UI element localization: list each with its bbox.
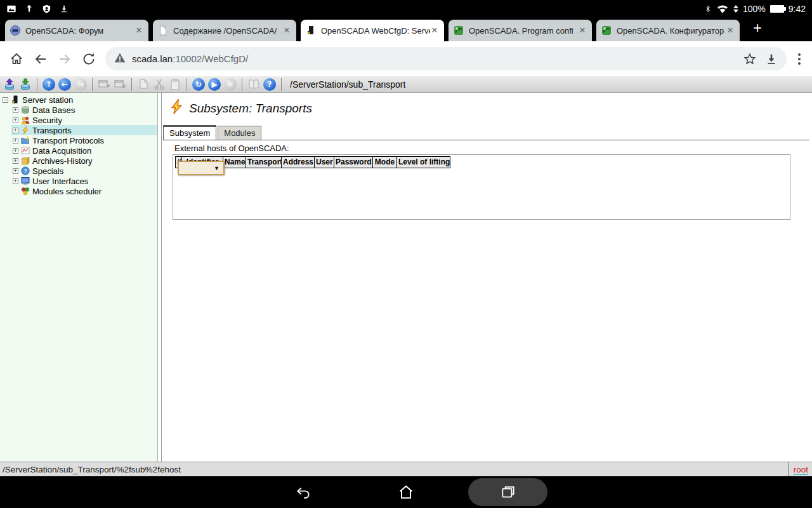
help-button[interactable]: ?	[263, 78, 276, 91]
reload-button[interactable]	[81, 51, 96, 67]
transport-protocols-icon	[21, 136, 30, 145]
column-header[interactable]: Level of lifting	[396, 156, 450, 168]
home-button[interactable]	[9, 51, 24, 67]
expand-icon[interactable]: +	[13, 128, 18, 133]
tab-close-icon[interactable]: ×	[726, 25, 735, 36]
column-header[interactable]: Mode	[372, 156, 397, 168]
address-bar[interactable]: scada.lan:10002/WebCfgD/	[105, 47, 787, 70]
tree-node-transport-protocols[interactable]: + Transport Protocols	[1, 135, 157, 145]
column-header[interactable]: Address	[281, 156, 315, 168]
tree-node-label[interactable]: Modules scheduler	[31, 187, 103, 196]
expand-icon[interactable]: +	[13, 158, 18, 164]
go-next-button-disabled[interactable]: →	[74, 78, 87, 91]
document-favicon	[158, 25, 168, 36]
url-text[interactable]: scada.lan:10002/WebCfgD/	[132, 53, 736, 64]
delete-item-button-disabled[interactable]	[114, 78, 126, 91]
add-item-button-disabled[interactable]	[98, 78, 110, 91]
browser-menu-button[interactable]	[796, 53, 803, 65]
url-path: :10002/WebCfgD/	[173, 53, 248, 64]
tree-node-data-bases[interactable]: + Data Bases	[1, 105, 157, 115]
toolbar-separator	[37, 78, 37, 91]
back-button[interactable]	[33, 51, 48, 67]
tree-node-data-acquisition[interactable]: + Data Acquisition	[1, 145, 157, 156]
column-header[interactable]: Name	[223, 156, 246, 168]
android-recents-button[interactable]	[468, 478, 547, 506]
load-from-db-button[interactable]	[3, 78, 16, 91]
bookmark-star-icon[interactable]	[742, 51, 757, 67]
download-status-icon	[60, 4, 69, 14]
download-button[interactable]	[764, 51, 779, 67]
tab-close-icon[interactable]: ×	[430, 25, 439, 36]
go-up-button[interactable]: ↑	[43, 78, 55, 91]
tab-docs[interactable]: Содержание /OpenSCADA/ ×	[153, 20, 296, 41]
main-panel: Subsystem: Transports Subsystem Modules …	[162, 93, 812, 462]
toolbar-separator	[92, 78, 93, 91]
paste-item-button-disabled[interactable]	[169, 78, 181, 91]
tree-node-label[interactable]: Security	[31, 116, 63, 125]
column-header[interactable]: Transport	[246, 156, 282, 168]
battery-icon	[770, 5, 784, 13]
refresh-item-button[interactable]: ↻	[192, 78, 205, 91]
webcfgd-status-bar: /ServerStation/sub_Transport/%2fsub%2feh…	[0, 462, 812, 476]
page-title: Subsystem: Transports	[169, 99, 812, 117]
tree-node-label[interactable]: Archives-History	[31, 156, 94, 166]
tab-close-icon[interactable]: ×	[282, 25, 291, 36]
tab-subsystem[interactable]: Subsystem	[163, 125, 216, 140]
tab-program-config[interactable]: OpenSCADA. Program confi ×	[449, 20, 592, 41]
tree-node-label[interactable]: Transports	[31, 126, 73, 135]
tab-close-icon[interactable]: ×	[578, 25, 587, 36]
save-to-db-button[interactable]	[19, 78, 32, 91]
tree-node-archives-history[interactable]: + Archives-History	[1, 156, 157, 166]
external-hosts-caption: External hosts of OpenSCADA:	[174, 144, 812, 153]
clock: 9:42	[789, 4, 806, 14]
site-warning-icon[interactable]	[114, 53, 126, 65]
expand-icon[interactable]: +	[13, 138, 18, 144]
expand-icon[interactable]: +	[13, 117, 18, 123]
copy-item-button-disabled[interactable]	[137, 78, 150, 91]
tree-node-modules-scheduler[interactable]: Modules scheduler	[1, 186, 157, 196]
expand-icon[interactable]: +	[13, 107, 18, 113]
tab-forum[interactable]: OpenSCADA: Форум ×	[5, 20, 148, 41]
android-home-button[interactable]	[392, 478, 420, 506]
manual-button-disabled[interactable]	[247, 78, 260, 91]
status-notification-icons	[6, 4, 69, 14]
toolbar-separator	[281, 78, 282, 91]
tree-node-specials[interactable]: + ? Specials	[1, 166, 157, 176]
tab-modules[interactable]: Modules	[218, 126, 261, 140]
tree-node-user-interfaces[interactable]: + User Interfaces	[1, 176, 157, 186]
collapse-icon[interactable]: −	[3, 97, 8, 103]
identifier-edit-combobox[interactable]: ▼	[178, 161, 225, 175]
tree-node-transports-selected[interactable]: + Transports	[1, 125, 157, 135]
tree-node-label[interactable]: Server station	[21, 95, 74, 105]
column-header[interactable]: User	[314, 156, 334, 168]
tree-node-security[interactable]: + Security	[1, 115, 157, 125]
stop-periodic-update-button-disabled[interactable]: ✕	[224, 78, 237, 91]
chevron-down-icon[interactable]: ▼	[214, 165, 219, 171]
tree-node-label[interactable]: User Interfaces	[31, 177, 89, 186]
tree-node-label[interactable]: Transport Protocols	[31, 136, 105, 145]
data-bases-icon	[21, 105, 30, 114]
start-periodic-update-button[interactable]: ▶	[208, 78, 221, 91]
tree-node-label[interactable]: Data Bases	[31, 105, 76, 115]
expand-icon[interactable]: +	[13, 178, 18, 184]
forward-button-disabled[interactable]	[57, 51, 72, 67]
openscada-favicon	[601, 25, 612, 36]
tree-node-label[interactable]: Specials	[31, 166, 65, 176]
webcfgd-content: − Server station + Data Bases + Security…	[0, 93, 812, 462]
security-shield-icon	[42, 4, 51, 14]
go-previous-button[interactable]: ←	[58, 78, 71, 91]
tree-node-server-station[interactable]: − Server station	[1, 95, 157, 105]
tab-webcfgd-active[interactable]: OpenSCADA WebCfgD: Serve ×	[301, 20, 444, 41]
new-tab-button[interactable]: +	[753, 19, 762, 37]
tab-close-icon[interactable]: ×	[134, 25, 143, 36]
expand-icon[interactable]: +	[13, 148, 18, 154]
tree-node-label[interactable]: Data Acquisition	[31, 146, 93, 156]
tab-configurator[interactable]: OpenSCADA. Конфигуратор ×	[596, 20, 740, 41]
server-favicon	[306, 25, 316, 36]
column-header[interactable]: Password	[334, 156, 373, 168]
android-back-button[interactable]	[289, 478, 317, 506]
cut-item-button-disabled[interactable]	[153, 78, 166, 91]
expand-icon[interactable]: +	[13, 168, 18, 174]
current-user-link[interactable]: root	[794, 465, 808, 475]
specials-icon: ?	[21, 166, 30, 175]
